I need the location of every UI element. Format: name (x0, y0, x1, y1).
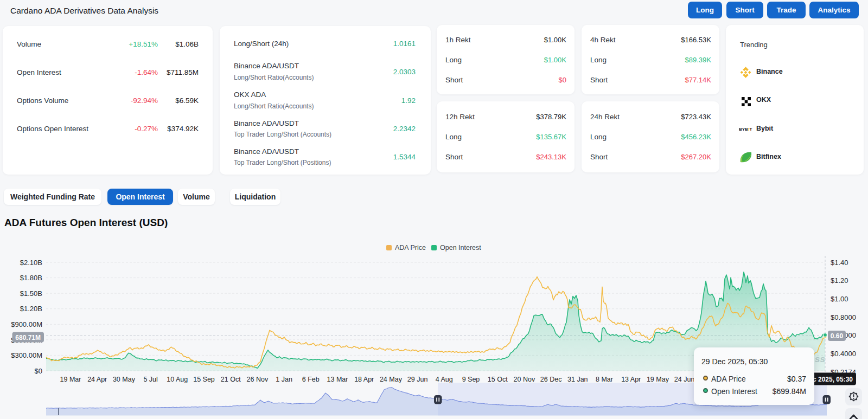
svg-text:31 Jan: 31 Jan (567, 376, 588, 383)
svg-text:$2.10B: $2.10B (20, 259, 42, 267)
svg-text:19 May: 19 May (647, 376, 669, 383)
svg-text:5 Jul: 5 Jul (143, 376, 157, 383)
svg-text:$1.80B: $1.80B (20, 274, 42, 282)
svg-text:26 Dec: 26 Dec (540, 376, 562, 383)
svg-text:1 Jan: 1 Jan (276, 376, 292, 383)
svg-text:680.71M: 680.71M (15, 334, 41, 341)
svg-text:24 Jun: 24 Jun (674, 376, 695, 383)
svg-text:$0.4000: $0.4000 (831, 350, 856, 358)
svg-text:10 Aug: 10 Aug (167, 376, 188, 383)
svg-text:26 Nov: 26 Nov (247, 376, 269, 383)
svg-text:8 Mar: 8 Mar (596, 376, 613, 383)
svg-text:30 May: 30 May (113, 376, 136, 383)
svg-text:$1.20B: $1.20B (20, 305, 42, 313)
svg-text:$0.8000: $0.8000 (831, 313, 856, 321)
svg-text:9 Sep: 9 Sep (462, 376, 480, 383)
svg-text:$1.00: $1.00 (831, 295, 848, 303)
svg-text:0.60: 0.60 (831, 332, 844, 340)
svg-text:$300.00M: $300.00M (11, 351, 42, 359)
svg-text:$0: $0 (35, 367, 42, 375)
svg-text:24 May: 24 May (380, 376, 403, 383)
svg-text:13 Apr: 13 Apr (621, 376, 641, 383)
svg-text:24 Apr: 24 Apr (87, 376, 107, 383)
svg-text:4 Aug: 4 Aug (436, 376, 453, 383)
svg-text:20 Nov: 20 Nov (514, 376, 535, 383)
svg-text:15 Sep: 15 Sep (193, 376, 215, 383)
svg-text:$900.00M: $900.00M (11, 320, 42, 328)
svg-text:6 Feb: 6 Feb (302, 376, 320, 383)
svg-text:$1.40: $1.40 (831, 259, 848, 267)
svg-text:15 Oct: 15 Oct (488, 376, 508, 383)
svg-text:21 Oct: 21 Oct (221, 376, 241, 383)
svg-text:$1.20: $1.20 (831, 276, 848, 285)
svg-text:29 Jun: 29 Jun (407, 376, 428, 383)
svg-text:19 Mar: 19 Mar (60, 376, 81, 383)
svg-text:13 Mar: 13 Mar (327, 376, 348, 383)
svg-text:18 Apr: 18 Apr (354, 376, 374, 383)
svg-text:$1.50B: $1.50B (20, 289, 42, 298)
